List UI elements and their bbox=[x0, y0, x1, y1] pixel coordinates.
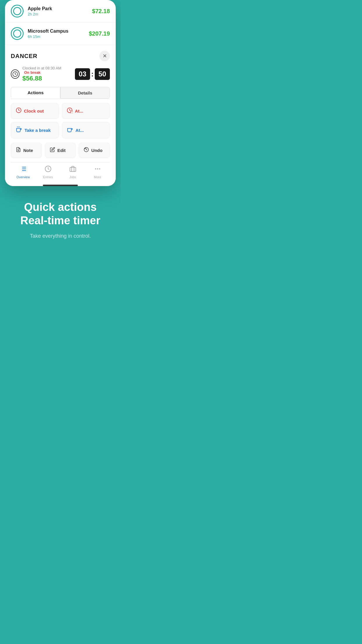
edit-button[interactable]: Edit bbox=[45, 143, 76, 158]
marketing-title-line1: Quick actions bbox=[24, 201, 96, 213]
tab-actions[interactable]: Actions bbox=[11, 87, 60, 99]
svg-rect-18 bbox=[70, 167, 76, 172]
job-icon-microsoft bbox=[11, 27, 24, 40]
note-button[interactable]: Note bbox=[11, 143, 42, 158]
nav-label-entries: Entries bbox=[43, 175, 53, 179]
nav-item-more[interactable]: More bbox=[85, 165, 110, 179]
nav-item-entries[interactable]: Entries bbox=[36, 165, 60, 179]
clocked-in-text: Clocked in at 08:30 AM bbox=[22, 66, 61, 70]
job-entry-apple-park[interactable]: Apple Park 2h 2m $72.18 bbox=[5, 0, 116, 22]
svg-point-21 bbox=[99, 169, 100, 169]
job-amount-apple-park: $72.18 bbox=[92, 8, 110, 15]
active-amount: $56.88 bbox=[22, 75, 75, 82]
at-clock-label: At... bbox=[75, 108, 83, 113]
timer-display: 03 : 50 bbox=[75, 68, 110, 80]
timer-hours: 03 bbox=[75, 68, 90, 80]
edit-label: Edit bbox=[57, 148, 66, 153]
job-amount-microsoft: $207.19 bbox=[89, 30, 110, 37]
jobs-icon bbox=[69, 165, 76, 174]
undo-icon bbox=[84, 147, 89, 154]
job-name-apple-park: Apple Park bbox=[28, 6, 92, 11]
clock-out-button[interactable]: Clock out bbox=[11, 103, 59, 119]
timer-minutes: 50 bbox=[95, 68, 110, 80]
marketing-title: Quick actions Real-time timer bbox=[20, 201, 101, 227]
svg-point-20 bbox=[97, 169, 98, 169]
close-button[interactable]: ✕ bbox=[99, 51, 110, 61]
marketing-subtitle: Take everything in control. bbox=[20, 233, 101, 239]
clocked-in-info: Clocked in at 08:30 AM On break $56.88 bbox=[22, 66, 75, 82]
note-label: Note bbox=[23, 148, 33, 153]
job-info-microsoft: Microsoft Campus 6h 15m bbox=[28, 29, 89, 39]
tabs-row: Actions Details bbox=[11, 87, 110, 99]
job-icon-apple-park bbox=[11, 5, 24, 18]
marketing-title-line2: Real-time timer bbox=[20, 214, 101, 227]
job-duration-microsoft: 6h 15m bbox=[28, 34, 89, 39]
at-break-label: At... bbox=[75, 128, 84, 133]
on-break-badge: On break bbox=[24, 70, 41, 75]
nav-item-overview[interactable]: Overview bbox=[11, 165, 36, 179]
entries-icon bbox=[45, 165, 52, 174]
nav-item-jobs[interactable]: Jobs bbox=[60, 165, 85, 179]
nav-label-jobs: Jobs bbox=[69, 175, 76, 179]
clock-icon bbox=[11, 69, 20, 79]
nav-label-more: More bbox=[94, 175, 101, 179]
clock-out-icon bbox=[16, 107, 22, 115]
action-bottom-row: Note Edit bbox=[11, 143, 110, 162]
marketing-section: Quick actions Real-time timer Take every… bbox=[12, 186, 109, 251]
job-entry-microsoft[interactable]: Microsoft Campus 6h 15m $207.19 bbox=[5, 22, 116, 45]
tab-details[interactable]: Details bbox=[60, 87, 110, 99]
clocked-in-left: Clocked in at 08:30 AM On break $56.88 bbox=[11, 66, 75, 82]
active-header: DANCER ✕ bbox=[11, 51, 110, 61]
take-break-label: Take a break bbox=[24, 128, 51, 133]
clock-out-label: Clock out bbox=[24, 108, 44, 113]
take-break-button[interactable]: Take a break bbox=[11, 122, 59, 139]
active-job-title: DANCER bbox=[11, 53, 38, 60]
job-duration-apple-park: 2h 2m bbox=[28, 12, 92, 16]
at-break-button[interactable]: At... bbox=[62, 122, 110, 139]
more-icon bbox=[94, 165, 101, 174]
undo-button[interactable]: Undo bbox=[79, 143, 110, 158]
overview-icon bbox=[20, 165, 27, 174]
take-break-icon bbox=[16, 126, 22, 134]
svg-point-19 bbox=[95, 169, 96, 169]
timer-colon: : bbox=[91, 70, 94, 78]
actions-grid: Clock out ... At... bbox=[11, 99, 110, 143]
bottom-nav: Overview Entries bbox=[11, 162, 110, 183]
edit-icon bbox=[50, 147, 55, 154]
undo-label: Undo bbox=[91, 148, 102, 153]
at-break-icon bbox=[67, 126, 73, 134]
at-clock-icon: ... bbox=[67, 107, 73, 115]
note-icon bbox=[16, 147, 21, 154]
svg-text:...: ... bbox=[71, 111, 73, 113]
active-panel: DANCER ✕ Clocked in at 08:30 AM On break bbox=[5, 45, 116, 186]
phone-card: Apple Park 2h 2m $72.18 Microsoft Campus… bbox=[5, 0, 116, 186]
at-clock-button[interactable]: ... At... bbox=[62, 103, 110, 119]
clocked-in-row: Clocked in at 08:30 AM On break $56.88 0… bbox=[11, 66, 110, 82]
job-name-microsoft: Microsoft Campus bbox=[28, 29, 89, 34]
job-info-apple-park: Apple Park 2h 2m bbox=[28, 6, 92, 16]
nav-label-overview: Overview bbox=[17, 175, 30, 179]
